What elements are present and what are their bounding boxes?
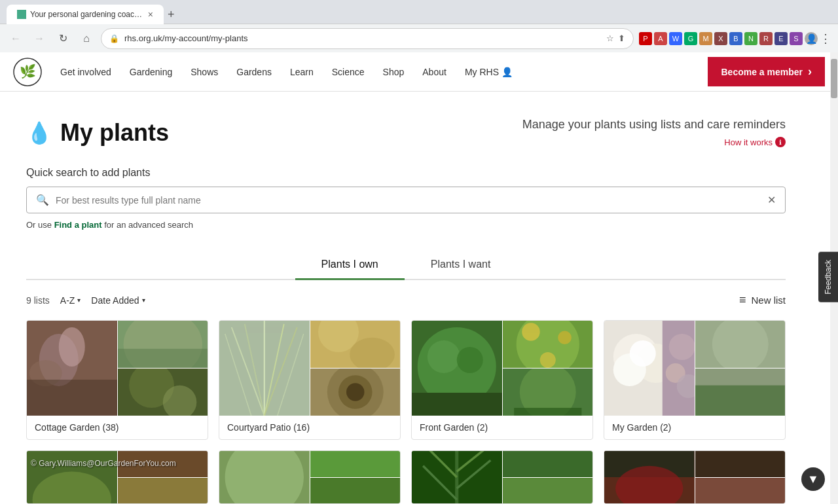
ext-icon-4[interactable]: G	[684, 32, 697, 45]
page-subtitle: Manage your plants using lists and care …	[522, 118, 786, 132]
plant-card-front-garden[interactable]: Front Garden (2)	[411, 320, 593, 440]
address-bar[interactable]: 🔒 ☆ ⬆	[101, 28, 634, 49]
tabs-section: Plants I own Plants I want	[26, 249, 786, 280]
scroll-down-button[interactable]: ▼	[801, 467, 825, 491]
nav-back-button[interactable]: ←	[7, 29, 25, 48]
address-bar-icons: ☆ ⬆	[606, 33, 625, 43]
plant-img-8	[503, 321, 593, 368]
address-input[interactable]	[124, 33, 601, 43]
feedback-tab[interactable]: Feedback	[818, 252, 838, 302]
plant-img-10	[604, 321, 695, 416]
plant-card-images-b4	[604, 451, 785, 503]
plant-img-2	[118, 321, 208, 368]
plant-card-bottom-4[interactable]	[604, 450, 786, 504]
plant-img-7	[412, 321, 502, 416]
ext-icon-7[interactable]: B	[729, 32, 742, 45]
sort-az-label: A-Z	[60, 295, 75, 306]
browser-window: Your personal gardening coach – × + ← → …	[0, 0, 838, 52]
site-logo[interactable]: 🌿	[13, 58, 42, 86]
browser-tab[interactable]: Your personal gardening coach – ×	[7, 5, 164, 24]
plant-card-images-b3	[412, 451, 592, 503]
how-it-works-label: How it works	[724, 137, 773, 147]
plant-drop-icon: 💧	[26, 120, 52, 145]
sort-date-button[interactable]: Date Added ▾	[91, 295, 145, 306]
ext-icon-8[interactable]: N	[744, 32, 757, 45]
plant-card-images-4	[604, 321, 785, 416]
nav-link-shop[interactable]: Shop	[375, 62, 412, 82]
svg-point-5	[59, 327, 85, 367]
plant-card-bottom-3[interactable]	[411, 450, 593, 504]
tab-close-button[interactable]: ×	[148, 9, 153, 20]
become-member-button[interactable]: Become a member ›	[708, 57, 825, 86]
lock-icon: 🔒	[109, 34, 119, 43]
nav-link-get-involved[interactable]: Get involved	[52, 62, 119, 82]
plant-card-cottage-garden[interactable]: Cottage Garden (38)	[26, 320, 208, 440]
svg-point-31	[428, 340, 460, 373]
ext-icon-3[interactable]: W	[669, 32, 682, 45]
nav-link-about[interactable]: About	[414, 62, 454, 82]
share-icon[interactable]: ⬆	[618, 33, 625, 43]
profile-icon[interactable]: 👤	[805, 32, 818, 45]
ext-icon-11[interactable]: S	[790, 32, 803, 45]
tab-title: Your personal gardening coach –	[30, 10, 143, 19]
how-it-works-link[interactable]: How it works ℹ	[522, 137, 786, 147]
plant-img-6	[310, 369, 401, 416]
plant-card-courtyard-patio[interactable]: Courtyard Patio (16)	[219, 320, 401, 440]
watermark-text: © Gary.Williams@OurGardenForYou.com	[27, 456, 180, 471]
list-controls: 9 lists A-Z ▾ Date Added ▾ ≡ New list	[26, 293, 786, 307]
plant-card-bottom-2[interactable]	[219, 450, 401, 504]
plant-grid: Cottage Garden (38)	[26, 320, 786, 440]
nav-link-gardens[interactable]: Gardens	[228, 62, 280, 82]
ext-icon-5[interactable]: M	[699, 32, 712, 45]
plant-img-4	[219, 321, 310, 416]
plant-card-bottom-1[interactable]: © Gary.Williams@OurGardenForYou.com	[26, 450, 208, 504]
plant-card-my-garden[interactable]: My Garden (2)	[604, 320, 786, 440]
new-list-label: New list	[751, 295, 786, 306]
plant-grid-row2: © Gary.Williams@OurGardenForYou.com	[26, 450, 786, 504]
ext-icon-9[interactable]: R	[759, 32, 773, 45]
menu-dots-icon[interactable]: ⋮	[820, 31, 831, 46]
tab-plants-i-own[interactable]: Plants I own	[295, 251, 405, 280]
svg-point-38	[539, 352, 555, 368]
plant-card-images-b2	[219, 451, 400, 503]
sort-date-arrow: ▾	[142, 297, 145, 304]
nav-home-button[interactable]: ⌂	[77, 29, 96, 48]
bookmark-icon[interactable]: ☆	[606, 33, 614, 43]
nav-link-gardening[interactable]: Gardening	[122, 62, 180, 82]
nav-link-learn[interactable]: Learn	[282, 62, 321, 82]
new-tab-button[interactable]: +	[168, 8, 175, 22]
ext-icon-2[interactable]: A	[654, 32, 667, 45]
search-input[interactable]	[56, 195, 761, 206]
search-heading: Quick search to add plants	[26, 167, 786, 179]
new-list-button[interactable]: ≡ New list	[739, 293, 786, 307]
plant-img-9	[503, 369, 593, 416]
svg-text:🌿: 🌿	[20, 63, 36, 79]
nav-refresh-button[interactable]: ↻	[54, 29, 72, 48]
search-hint: Or use Find a plant for an advanced sear…	[26, 220, 786, 230]
become-member-arrow: ›	[808, 65, 812, 79]
find-a-plant-link[interactable]: Find a plant	[54, 220, 102, 230]
scrollbar-thumb[interactable]	[831, 59, 837, 98]
browser-nav-bar: ← → ↻ ⌂ 🔒 ☆ ⬆ P A W G M X B N R E S 👤 ⋮	[0, 24, 838, 52]
extensions-bar: P A W G M X B N R E S 👤 ⋮	[639, 31, 831, 46]
tab-favicon	[17, 10, 26, 19]
ext-icon-6[interactable]: X	[714, 32, 727, 45]
svg-rect-33	[412, 393, 502, 416]
nav-link-science[interactable]: Science	[324, 62, 373, 82]
svg-rect-54	[695, 386, 786, 416]
svg-rect-0	[17, 10, 26, 19]
sort-az-button[interactable]: A-Z ▾	[60, 295, 81, 306]
ext-icon-10[interactable]: E	[774, 32, 788, 45]
plant-card-images-3	[412, 321, 592, 416]
svg-point-37	[558, 331, 572, 344]
nav-link-shows[interactable]: Shows	[183, 62, 226, 82]
nav-link-my-rhs[interactable]: My RHS 👤	[457, 62, 520, 82]
ext-icon-1[interactable]: P	[639, 32, 652, 45]
nav-forward-button[interactable]: →	[30, 29, 48, 48]
tab-plants-i-want[interactable]: Plants I want	[405, 251, 517, 280]
search-bar[interactable]: 🔍 ✕	[26, 187, 786, 213]
svg-point-32	[457, 347, 483, 373]
browser-tab-bar: Your personal gardening coach – × +	[0, 0, 838, 24]
search-clear-icon[interactable]: ✕	[767, 194, 776, 206]
search-icon: 🔍	[36, 194, 49, 206]
